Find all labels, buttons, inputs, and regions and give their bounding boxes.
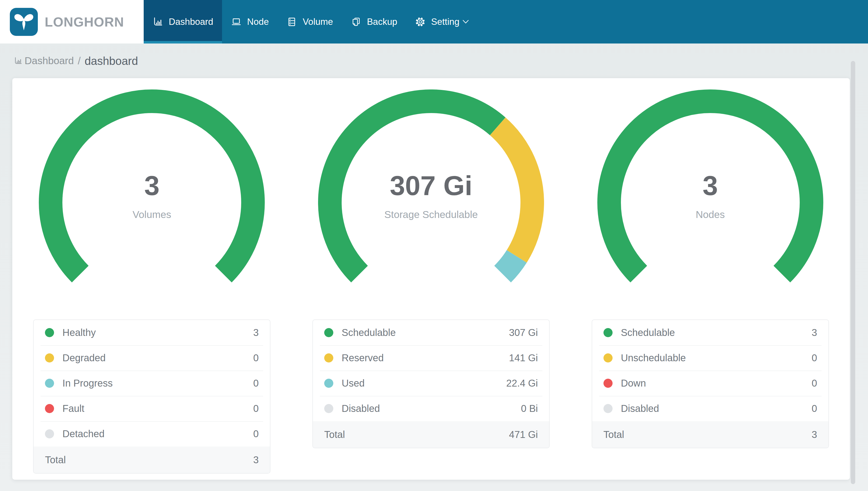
legend-total-row: Total3 <box>34 446 270 473</box>
longhorn-logo <box>10 8 38 36</box>
legend-color-dot <box>324 328 333 337</box>
nav-item-backup[interactable]: Backup <box>342 0 406 44</box>
legend-value: 0 <box>253 378 259 389</box>
scrollbar-thumb[interactable] <box>851 61 855 484</box>
nav-item-volume[interactable]: Volume <box>278 0 342 44</box>
copy-icon <box>351 17 362 27</box>
bar-chart-icon <box>14 57 23 65</box>
legend-color-dot <box>45 379 54 388</box>
legend-value: 0 Bi <box>521 403 538 414</box>
legend-color-dot <box>45 404 54 413</box>
nav-item-setting[interactable]: Setting <box>406 0 478 44</box>
legend-value: 0 <box>253 428 259 439</box>
legend-label: Down <box>621 378 646 389</box>
legend-label: Disabled <box>621 403 659 414</box>
gauge-segment-healthy <box>51 101 253 274</box>
legend-value: 3 <box>811 327 817 338</box>
legend-row: Degraded0 <box>34 345 270 371</box>
nodes-legend-table: Schedulable3Unschedulable0Down0Disabled0… <box>592 319 829 448</box>
legend-color-dot <box>45 328 54 337</box>
breadcrumb-root-link[interactable]: Dashboard <box>25 55 74 66</box>
nav-item-label: Dashboard <box>169 17 213 27</box>
nav-item-label: Setting <box>431 17 459 27</box>
brand-name: LONGHORN <box>45 14 124 29</box>
legend-row: Disabled0 <box>592 396 829 421</box>
dashboard-card: 3 Volumes Healthy3Degraded0In Progress0F… <box>12 78 850 480</box>
legend-value: 0 <box>811 403 817 414</box>
volumes-column: 3 Volumes Healthy3Degraded0In Progress0F… <box>12 89 291 480</box>
legend-color-dot <box>45 353 54 363</box>
legend-total-label: Total <box>45 454 66 465</box>
legend-value: 307 Gi <box>509 327 538 338</box>
legend-row: Fault0 <box>34 396 270 421</box>
legend-value: 0 <box>253 352 259 364</box>
legend-row: Unschedulable0 <box>592 345 829 371</box>
legend-label: Schedulable <box>342 327 396 338</box>
storage-column: 307 Gi Storage Schedulable Schedulable30… <box>291 89 571 480</box>
storage-donut-gauge: 307 Gi Storage Schedulable <box>318 89 544 316</box>
legend-label: Detached <box>62 428 104 439</box>
gauge-segment-schedulable <box>609 101 811 274</box>
gauge-arc-svg <box>39 89 265 316</box>
legend-label: Disabled <box>342 403 380 414</box>
nav-item-label: Node <box>247 17 269 27</box>
legend-total-row: Total471 Gi <box>313 421 549 448</box>
legend-label: Healthy <box>62 327 96 338</box>
legend-label: Reserved <box>342 352 384 364</box>
nav-item-dashboard[interactable]: Dashboard <box>144 0 222 44</box>
legend-total-label: Total <box>603 429 624 440</box>
legend-value: 3 <box>253 327 259 338</box>
legend-color-dot <box>324 353 333 363</box>
legend-row: Detached0 <box>34 421 270 446</box>
gauge-segment-reserved <box>498 126 532 256</box>
legend-label: Degraded <box>62 352 105 364</box>
legend-total-value: 471 Gi <box>509 429 538 440</box>
nav-item-node[interactable]: Node <box>222 0 278 44</box>
top-nav: LONGHORN Dashboard Node Volume <box>0 0 868 44</box>
legend-row: Schedulable307 Gi <box>313 320 549 345</box>
legend-color-dot <box>603 404 613 413</box>
legend-label: Used <box>342 378 365 389</box>
legend-color-dot <box>324 404 333 413</box>
legend-value: 0 <box>811 378 817 389</box>
legend-row: Schedulable3 <box>592 320 829 345</box>
breadcrumb-current: dashboard <box>85 54 138 67</box>
legend-total-value: 3 <box>253 454 259 465</box>
legend-label: Schedulable <box>621 327 675 338</box>
legend-row: Healthy3 <box>34 320 270 345</box>
laptop-icon <box>231 17 242 27</box>
legend-label: Fault <box>62 403 84 414</box>
legend-color-dot <box>324 379 333 388</box>
chevron-down-icon <box>462 18 470 26</box>
longhorn-bull-icon <box>12 10 36 34</box>
bar-chart-icon <box>153 17 163 27</box>
breadcrumb: Dashboard / dashboard <box>0 44 868 78</box>
gauge-arc-svg <box>597 89 823 316</box>
database-icon <box>286 17 297 27</box>
legend-row: Disabled0 Bi <box>313 396 549 421</box>
legend-value: 141 Gi <box>509 352 538 364</box>
brand[interactable]: LONGHORN <box>0 0 144 44</box>
nav-item-label: Backup <box>367 17 397 27</box>
legend-color-dot <box>45 429 54 438</box>
storage-legend-table: Schedulable307 GiReserved141 GiUsed22.4 … <box>312 319 550 448</box>
legend-value: 22.4 Gi <box>506 378 538 389</box>
gauge-segment-used <box>502 256 517 274</box>
gauge-arc-svg <box>318 89 544 316</box>
volumes-donut-gauge: 3 Volumes <box>39 89 265 316</box>
legend-row: Down0 <box>592 371 829 396</box>
legend-label: Unschedulable <box>621 352 686 364</box>
legend-value: 0 <box>253 403 259 414</box>
gauge-segment-schedulable <box>330 101 498 274</box>
gear-icon <box>415 17 426 27</box>
legend-row: Used22.4 Gi <box>313 371 549 396</box>
legend-label: In Progress <box>62 378 113 389</box>
breadcrumb-separator: / <box>78 55 81 67</box>
legend-total-label: Total <box>324 429 345 440</box>
legend-color-dot <box>603 379 613 388</box>
volumes-legend-table: Healthy3Degraded0In Progress0Fault0Detac… <box>33 319 271 473</box>
legend-color-dot <box>603 328 613 337</box>
legend-row: Reserved141 Gi <box>313 345 549 371</box>
legend-total-row: Total3 <box>592 421 829 448</box>
nav-item-label: Volume <box>303 17 333 27</box>
